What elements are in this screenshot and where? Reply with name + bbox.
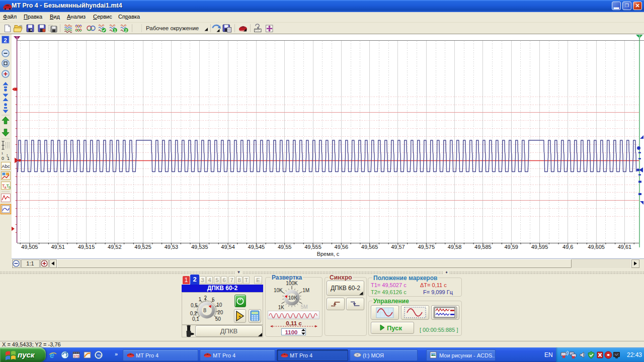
svg-text:49,53: 49,53 [165,244,179,250]
svg-text:1: 1 [16,36,18,40]
svg-text:0,2: 0,2 [190,311,197,316]
svg-text:5: 5 [212,297,215,303]
svg-text:100K: 100K [286,281,298,286]
svg-text:49,535: 49,535 [191,244,208,250]
svg-text:20: 20 [217,310,223,315]
svg-text:49,525: 49,525 [134,244,151,250]
svg-text:49,6: 49,6 [562,244,573,250]
svg-text:5M: 5M [301,304,308,310]
svg-text:49,56: 49,56 [335,244,349,250]
svg-text:49,59: 49,59 [504,244,518,250]
svg-text:49,585: 49,585 [474,244,492,250]
svg-text:10K: 10K [288,295,298,301]
svg-text:×: × [238,314,241,319]
svg-text:Yu: Yu [97,353,101,357]
svg-text:0,5: 0,5 [191,303,198,308]
svg-text:49,54: 49,54 [221,244,235,250]
svg-text:49,58: 49,58 [448,244,462,250]
svg-text:2: 2 [638,35,640,38]
svg-text:50: 50 [215,316,221,322]
svg-text:49,51: 49,51 [51,244,65,250]
svg-text:1K: 1K [278,305,285,310]
svg-text:49,545: 49,545 [248,244,265,250]
svg-text:0: 0 [2,156,4,161]
svg-text:1: 1 [114,28,116,33]
svg-text:49,52: 49,52 [108,244,122,250]
svg-text:1: 1 [198,297,201,302]
svg-text:b: b [9,186,11,189]
svg-text:2: 2 [204,295,207,301]
svg-text:1:1: 1:1 [26,260,34,266]
svg-text:Рабочее окружение: Рабочее окружение [146,25,199,31]
svg-text:e: e [50,351,54,359]
svg-text:49,595: 49,595 [531,244,548,250]
svg-text:49,55: 49,55 [278,244,292,250]
svg-text:Abc: Abc [2,163,10,169]
svg-text:49,575: 49,575 [418,244,435,250]
svg-text:49,61: 49,61 [618,244,632,250]
svg-text:49,565: 49,565 [361,244,378,250]
svg-text:1M: 1M [302,288,309,293]
svg-text:10K: 10K [274,288,283,293]
svg-text:49,555: 49,555 [304,244,321,250]
svg-text:8: 8 [203,307,206,313]
svg-text:49,57: 49,57 [391,244,405,250]
svg-text:2: 2 [4,37,7,43]
svg-text:49,605: 49,605 [588,244,605,250]
svg-text:2: 2 [125,28,127,33]
svg-text:49,515: 49,515 [78,244,95,250]
svg-text:Время, с: Время, с [317,251,340,257]
svg-text:49,505: 49,505 [21,244,38,250]
svg-text:976: 976 [74,354,79,358]
svg-text:1: 1 [7,156,10,161]
svg-text:10: 10 [216,302,222,308]
svg-text:0,1: 0,1 [192,316,199,322]
